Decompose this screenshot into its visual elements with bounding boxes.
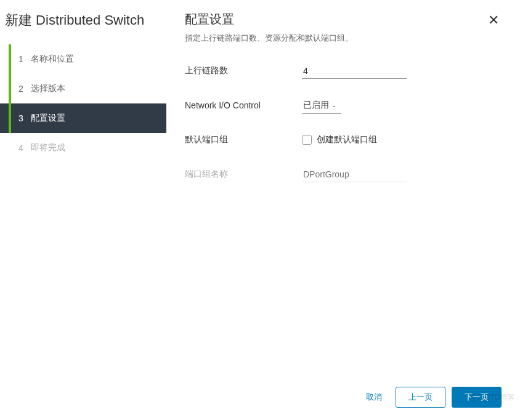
back-button[interactable]: 上一页	[396, 387, 445, 408]
step-number: 3	[18, 113, 23, 123]
wizard-step-configure-settings[interactable]: 3 配置设置	[0, 103, 166, 133]
config-form: 上行链路数 Network I/O Control 已启用 ⌄ 默认端口组 创建…	[185, 62, 502, 381]
nioc-value: 已启用	[303, 100, 329, 111]
wizard-footer: 取消 上一页 下一页	[185, 381, 502, 408]
default-portgroup-label: 默认端口组	[185, 134, 302, 145]
checkbox-icon	[302, 135, 312, 145]
step-number: 4	[18, 143, 23, 153]
portgroup-name-label: 端口组名称	[185, 169, 302, 180]
wizard-step-name-location[interactable]: 1 名称和位置	[0, 44, 166, 74]
portgroup-name-input	[302, 167, 407, 182]
page-subtitle: 指定上行链路端口数、资源分配和默认端口组。	[185, 33, 353, 44]
step-number: 2	[18, 84, 23, 94]
nioc-row: Network I/O Control 已启用 ⌄	[185, 97, 502, 114]
create-default-portgroup-checkbox[interactable]: 创建默认端口组	[302, 134, 377, 145]
step-number: 1	[18, 54, 23, 64]
step-label: 即将完成	[31, 142, 65, 153]
step-label: 配置设置	[31, 113, 65, 124]
step-indicator	[9, 44, 11, 74]
page-title: 配置设置	[185, 11, 353, 28]
default-portgroup-row: 默认端口组 创建默认端口组	[185, 131, 502, 148]
wizard-main-panel: 配置设置 指定上行链路端口数、资源分配和默认端口组。 ✕ 上行链路数 Netwo…	[166, 0, 520, 420]
close-button[interactable]: ✕	[485, 11, 502, 30]
chevron-down-icon: ⌄	[331, 102, 336, 108]
wizard-sidebar: 新建 Distributed Switch 1 名称和位置 2 选择版本 3 配…	[0, 0, 166, 420]
checkbox-label: 创建默认端口组	[317, 134, 377, 145]
wizard-step-select-version[interactable]: 2 选择版本	[0, 74, 166, 103]
wizard-title: 新建 Distributed Switch	[0, 5, 166, 44]
uplinks-label: 上行链路数	[185, 65, 302, 76]
next-button[interactable]: 下一页	[452, 387, 502, 408]
main-header: 配置设置 指定上行链路端口数、资源分配和默认端口组。 ✕	[185, 11, 502, 62]
cancel-button[interactable]: 取消	[359, 387, 389, 408]
step-label: 选择版本	[31, 83, 65, 94]
wizard-step-ready-complete: 4 即将完成	[0, 133, 166, 163]
uplinks-row: 上行链路数	[185, 62, 502, 79]
step-indicator	[9, 74, 11, 103]
nioc-select[interactable]: 已启用 ⌄	[302, 97, 341, 114]
close-icon: ✕	[488, 12, 499, 28]
step-label: 名称和位置	[31, 54, 74, 65]
uplinks-input[interactable]	[302, 63, 407, 79]
step-indicator	[9, 103, 11, 133]
nioc-label: Network I/O Control	[185, 100, 302, 110]
portgroup-name-row: 端口组名称	[185, 166, 502, 183]
